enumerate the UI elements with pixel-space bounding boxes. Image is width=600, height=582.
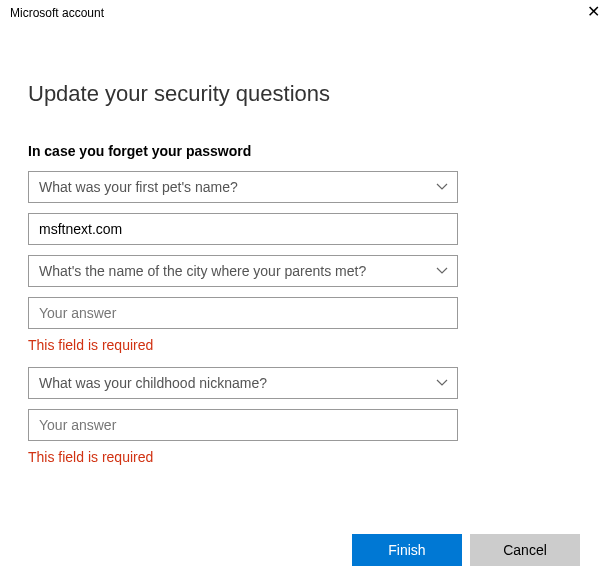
answer-input-3[interactable]	[28, 409, 458, 441]
page-subtitle: In case you forget your password	[28, 143, 572, 159]
close-icon[interactable]: ✕	[587, 4, 600, 20]
answer-input-2[interactable]	[28, 297, 458, 329]
question-select-2[interactable]: What's the name of the city where your p…	[28, 255, 458, 287]
question-group-3: What was your childhood nickname? This f…	[28, 367, 572, 465]
question-select-value: What was your childhood nickname?	[39, 375, 267, 391]
question-group-2: What's the name of the city where your p…	[28, 255, 572, 353]
question-select-value: What's the name of the city where your p…	[39, 263, 366, 279]
content-area: Update your security questions In case y…	[0, 81, 600, 465]
question-select-value: What was your first pet's name?	[39, 179, 238, 195]
question-select-3[interactable]: What was your childhood nickname?	[28, 367, 458, 399]
window-titlebar: Microsoft account	[0, 0, 600, 26]
window-title: Microsoft account	[10, 6, 104, 20]
button-row: Finish Cancel	[352, 534, 580, 566]
question-select-1[interactable]: What was your first pet's name?	[28, 171, 458, 203]
cancel-button[interactable]: Cancel	[470, 534, 580, 566]
error-message-2: This field is required	[28, 337, 572, 353]
answer-input-1[interactable]	[28, 213, 458, 245]
error-message-3: This field is required	[28, 449, 572, 465]
page-title: Update your security questions	[28, 81, 572, 107]
finish-button[interactable]: Finish	[352, 534, 462, 566]
question-group-1: What was your first pet's name?	[28, 171, 572, 245]
